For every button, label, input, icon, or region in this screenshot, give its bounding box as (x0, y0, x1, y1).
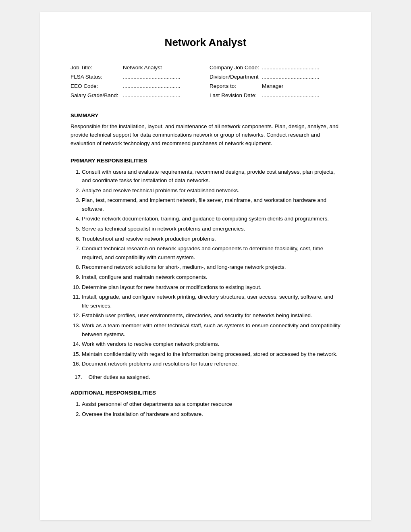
additional-responsibilities-title: ADDITIONAL RESPONSIBILITIES (71, 390, 340, 396)
header-value: ...................................... (123, 82, 201, 91)
primary-responsibilities-list: Consult with users and evaluate requirem… (71, 168, 340, 368)
header-grid: Job Title:Network AnalystFLSA Status:...… (71, 63, 340, 100)
list-item: Recommend network solutions for short-, … (82, 263, 340, 272)
header-right: Company Job Code:.......................… (210, 63, 340, 100)
other-duties-text: Other duties as assigned. (89, 374, 150, 380)
list-item: Plan, test, recommend, and implement net… (82, 196, 340, 213)
list-item: Install, configure and maintain network … (82, 273, 340, 282)
header-label: EEO Code: (71, 82, 123, 91)
page-title: Network Analyst (71, 36, 340, 49)
list-item: Maintain confidentiality with regard to … (82, 350, 340, 359)
document-page: Network Analyst Job Title:Network Analys… (40, 12, 371, 520)
header-row: Division/Department.....................… (210, 73, 340, 82)
list-item: Establish user profiles, user environmen… (82, 311, 340, 320)
summary-section: SUMMARY Responsible for the installation… (71, 112, 340, 148)
list-item: Analyze and resolve technical problems f… (82, 186, 340, 195)
other-duties-container: 17. Other duties as assigned. (75, 374, 340, 380)
header-label: Company Job Code: (210, 63, 262, 73)
header-value: ...................................... (123, 73, 201, 82)
list-item: Oversee the installation of hardware and… (82, 410, 340, 419)
header-label: FLSA Status: (71, 73, 123, 82)
header-value: ...................................... (262, 91, 340, 100)
primary-responsibilities-title: PRIMARY RESPONSIBILITIES (71, 158, 340, 164)
header-row: Salary Grade/Band:......................… (71, 91, 201, 100)
list-item: Work as a team member with other technic… (82, 321, 340, 339)
summary-title: SUMMARY (71, 112, 340, 118)
other-duties-number: 17. (75, 374, 82, 380)
header-row: EEO Code:...............................… (71, 82, 201, 91)
header-left: Job Title:Network AnalystFLSA Status:...… (71, 63, 201, 100)
header-value: Manager (262, 82, 340, 91)
header-label: Reports to: (210, 82, 262, 91)
list-item: Serve as technical specialist in network… (82, 224, 340, 233)
header-label: Division/Department (210, 73, 262, 82)
list-item: Determine plan layout for new hardware o… (82, 283, 340, 292)
list-item: Work with vendors to resolve complex net… (82, 340, 340, 349)
list-item: Provide network documentation, training,… (82, 214, 340, 223)
list-item: Install, upgrade, and configure network … (82, 293, 340, 310)
header-value: ...................................... (262, 73, 340, 82)
header-label: Job Title: (71, 63, 123, 73)
header-row: Company Job Code:.......................… (210, 63, 340, 73)
header-value: ...................................... (262, 63, 340, 73)
additional-responsibilities-section: ADDITIONAL RESPONSIBILITIES Assist perso… (71, 390, 340, 418)
list-item: Assist personnel of other departments as… (82, 400, 340, 409)
list-item: Document network problems and resolution… (82, 360, 340, 368)
header-row: Last Revision Date:.....................… (210, 91, 340, 100)
header-label: Last Revision Date: (210, 91, 262, 100)
additional-responsibilities-list: Assist personnel of other departments as… (71, 400, 340, 418)
list-item: Conduct technical research on network up… (82, 244, 340, 262)
header-row: Job Title:Network Analyst (71, 63, 201, 73)
primary-responsibilities-section: PRIMARY RESPONSIBILITIES Consult with us… (71, 158, 340, 380)
header-row: Reports to:Manager (210, 82, 340, 91)
header-label: Salary Grade/Band: (71, 91, 123, 100)
header-value: ...................................... (123, 91, 201, 100)
summary-body: Responsible for the installation, layout… (71, 123, 340, 148)
header-value: Network Analyst (123, 63, 201, 73)
list-item: Troubleshoot and resolve network product… (82, 235, 340, 243)
header-row: FLSA Status:............................… (71, 73, 201, 82)
list-item: Consult with users and evaluate requirem… (82, 168, 340, 185)
